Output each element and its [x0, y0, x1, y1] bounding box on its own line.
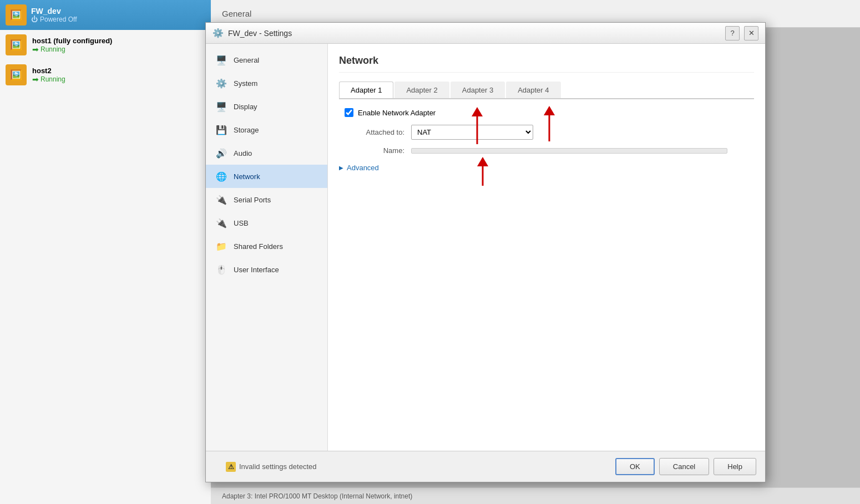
serial-ports-icon: 🔌 [215, 193, 228, 206]
audio-icon: 🔊 [215, 146, 228, 160]
nav-label-display: Display [234, 103, 257, 111]
nav-item-audio[interactable]: 🔊 Audio [206, 141, 327, 165]
network-content-panel: Network Adapter 1 Adapter 2 Adapter 3 Ad… [328, 44, 765, 451]
nav-item-user-interface[interactable]: 🖱️ User Interface [206, 258, 327, 281]
nav-item-network[interactable]: 🌐 Network [206, 165, 327, 188]
dialog-footer: ⚠ Invalid settings detected OK Cancel He… [206, 451, 765, 482]
user-interface-icon: 🖱️ [215, 263, 228, 276]
vm-status-host1: ➡ Running [32, 45, 112, 54]
vm-status-host2: ➡ Running [32, 75, 65, 84]
nav-item-storage[interactable]: 💾 Storage [206, 118, 327, 141]
selected-vm-icon: 🖼️ [6, 4, 27, 26]
vm-name-host1: host1 (fully configured) [32, 37, 112, 45]
network-icon: 🌐 [215, 170, 228, 183]
running-arrow-host1: ➡ [32, 45, 39, 54]
dialog-title-text: FW_dev - Settings [228, 29, 721, 38]
dialog-titlebar: ⚙️ FW_dev - Settings ? ✕ [206, 23, 765, 44]
settings-nav: 🖥️ General ⚙️ System 🖥️ Display 💾 Storag… [206, 44, 328, 451]
tab-adapter1[interactable]: Adapter 1 [339, 82, 393, 98]
vm-list-item-host2[interactable]: 🖼️ host2 ➡ Running [0, 60, 211, 90]
power-off-icon: ⏻ [31, 16, 38, 23]
advanced-section: ▶ Advanced [339, 161, 754, 174]
enable-adapter-checkbox[interactable] [345, 108, 353, 117]
dialog-body: 🖥️ General ⚙️ System 🖥️ Display 💾 Storag… [206, 44, 765, 451]
content-title: Network [339, 55, 754, 73]
advanced-toggle[interactable]: ▶ Advanced [339, 161, 754, 174]
enable-adapter-row: Enable Network Adapter [345, 108, 754, 117]
warning-icon: ⚠ [226, 462, 236, 472]
nav-item-serial-ports[interactable]: 🔌 Serial Ports [206, 188, 327, 211]
vm-icon-host2: 🖼️ [6, 64, 27, 85]
nav-label-usb: USB [234, 219, 249, 227]
dialog-title-icon: ⚙️ [213, 28, 224, 39]
storage-icon: 💾 [215, 123, 228, 136]
attached-to-label: Attached to: [339, 128, 411, 136]
tab-adapter4[interactable]: Adapter 4 [506, 82, 560, 98]
nav-label-shared-folders: Shared Folders [234, 242, 283, 251]
nav-label-user-interface: User Interface [234, 266, 279, 274]
nav-item-general[interactable]: 🖥️ General [206, 48, 327, 72]
nav-item-shared-folders[interactable]: 📁 Shared Folders [206, 235, 327, 258]
nav-item-display[interactable]: 🖥️ Display [206, 95, 327, 118]
bg-adapter-info: Adapter 3: Intel PRO/1000 MT Desktop (In… [211, 487, 860, 504]
help-button[interactable]: ? [725, 26, 740, 40]
vbox-sidebar-panel: 🖼️ FW_dev ⏻ Powered Off 🖼️ host1 (fully … [0, 0, 211, 504]
system-icon: ⚙️ [215, 77, 228, 90]
vm-icon-host1: 🖼️ [6, 34, 27, 55]
footer-warning-area: ⚠ Invalid settings detected [215, 462, 615, 472]
vm-name-host2: host2 [32, 67, 65, 75]
tab-adapter2[interactable]: Adapter 2 [394, 82, 449, 98]
nav-label-serial-ports: Serial Ports [234, 196, 271, 204]
warning-message: Invalid settings detected [239, 462, 316, 471]
footer-buttons: OK Cancel Help [615, 458, 756, 475]
general-icon: 🖥️ [215, 53, 228, 67]
shared-folders-icon: 📁 [215, 240, 228, 253]
nav-item-usb[interactable]: 🔌 USB [206, 211, 327, 235]
advanced-triangle-icon: ▶ [339, 165, 343, 171]
advanced-label: Advanced [347, 164, 379, 172]
nav-label-general: General [234, 56, 259, 64]
settings-dialog: ⚙️ FW_dev - Settings ? ✕ 🖥️ General ⚙️ S… [205, 22, 766, 482]
ok-button[interactable]: OK [615, 458, 655, 475]
attached-to-select[interactable]: NAT [411, 125, 533, 140]
vm-list-item-host1[interactable]: 🖼️ host1 (fully configured) ➡ Running [0, 30, 211, 60]
help-footer-button[interactable]: Help [714, 458, 756, 475]
selected-vm-status: ⏻ Powered Off [31, 16, 77, 23]
nav-label-system: System [234, 79, 257, 88]
display-icon: 🖥️ [215, 100, 228, 113]
tab-adapter3[interactable]: Adapter 3 [451, 82, 505, 98]
selected-vm-name: FW_dev [31, 7, 77, 16]
vm-sidebar: 🖼️ FW_dev ⏻ Powered Off 🖼️ host1 (fully … [0, 0, 211, 504]
enable-adapter-label: Enable Network Adapter [358, 109, 436, 117]
name-input-disabled [411, 148, 727, 154]
attached-to-row: Attached to: NAT [339, 125, 754, 140]
nav-label-storage: Storage [234, 126, 259, 134]
cancel-button[interactable]: Cancel [659, 458, 709, 475]
usb-icon: 🔌 [215, 216, 228, 230]
close-button[interactable]: ✕ [744, 26, 758, 40]
selected-vm-header: 🖼️ FW_dev ⏻ Powered Off [0, 0, 211, 30]
name-label: Name: [339, 146, 411, 155]
name-row: Name: [339, 146, 754, 155]
nav-item-system[interactable]: ⚙️ System [206, 72, 327, 95]
nav-label-network: Network [234, 172, 260, 181]
nav-label-audio: Audio [234, 149, 252, 157]
running-arrow-host2: ➡ [32, 75, 39, 84]
adapter-tabs: Adapter 1 Adapter 2 Adapter 3 Adapter 4 [339, 82, 754, 99]
